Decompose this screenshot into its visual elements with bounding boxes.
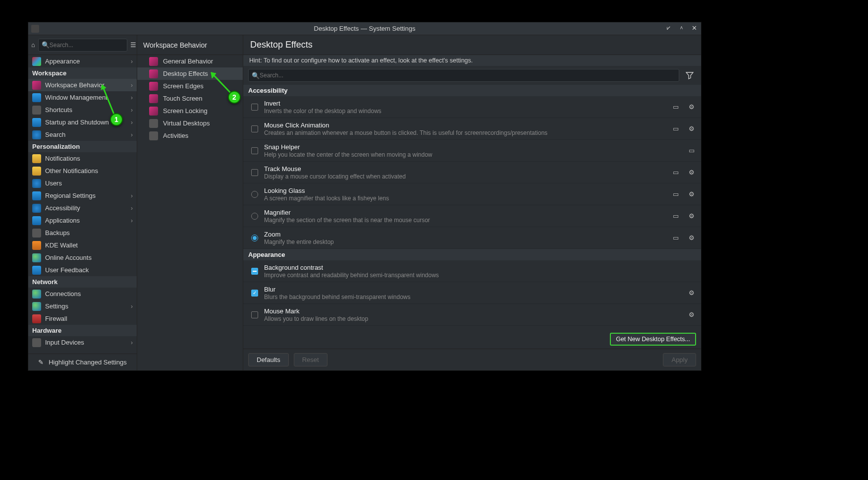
checkbox-mouse-mark[interactable]	[251, 311, 258, 318]
radio-looking-glass[interactable]	[251, 191, 258, 198]
video-icon[interactable]: ▭	[671, 124, 680, 133]
search-icon: 🔍	[252, 72, 260, 79]
minimize-icon[interactable]: 🗸	[664, 24, 672, 33]
video-icon[interactable]: ▭	[671, 168, 680, 177]
maximize-icon[interactable]: ＾	[677, 24, 685, 33]
sub-sidebar: Workspace Behavior General Behavior Desk…	[137, 35, 243, 370]
search-icon: 🔍	[42, 41, 50, 49]
checkbox-blur[interactable]: ✓	[251, 290, 258, 297]
sidebar-item-users[interactable]: Users	[28, 177, 137, 189]
mouse-icon	[32, 338, 41, 347]
sidebar-item-user-feedback[interactable]: User Feedback	[28, 264, 137, 276]
chevron-right-icon: ›	[131, 192, 133, 199]
sidebar-item-input-devices[interactable]: Input Devices ›	[28, 336, 137, 349]
touch-icon	[149, 94, 158, 103]
checkbox-snap-helper[interactable]	[251, 147, 258, 154]
settings-icon[interactable]: ⚙	[687, 190, 696, 199]
effects-search[interactable]: 🔍	[248, 69, 679, 82]
pencil-icon: ✎	[38, 359, 44, 366]
defaults-button[interactable]: Defaults	[248, 353, 289, 366]
settings-icon[interactable]: ⚙	[687, 212, 696, 221]
effects-search-input[interactable]	[260, 72, 676, 79]
apply-button[interactable]: Apply	[663, 353, 696, 366]
video-icon[interactable]: ▭	[671, 234, 680, 242]
activities-icon	[149, 131, 158, 140]
wallet-icon	[32, 241, 41, 250]
app-icon	[31, 25, 39, 33]
sub-item-screen-locking[interactable]: Screen Locking	[137, 105, 243, 117]
menu-button[interactable]: ☰	[130, 41, 136, 49]
sidebar-item-accessibility[interactable]: Accessibility ›	[28, 202, 137, 214]
checkbox-invert[interactable]	[251, 104, 258, 111]
sidebar-search[interactable]: 🔍	[38, 39, 127, 52]
sub-item-screen-edges[interactable]: Screen Edges	[137, 80, 243, 92]
video-icon[interactable]: ▭	[687, 146, 696, 155]
sidebar-item-backups[interactable]: Backups	[28, 227, 137, 239]
effect-invert: Invert Inverts the color of the desktop …	[243, 96, 701, 118]
sub-item-desktop-effects[interactable]: Desktop Effects	[137, 67, 243, 80]
sub-item-general[interactable]: General Behavior	[137, 55, 243, 67]
home-button[interactable]: ⌂	[31, 39, 35, 51]
settings-icon[interactable]: ⚙	[687, 289, 696, 298]
video-icon[interactable]: ▭	[671, 190, 680, 199]
chevron-right-icon: ›	[131, 205, 133, 212]
checkbox-bg-contrast[interactable]	[251, 268, 258, 275]
sidebar-item-applications[interactable]: Applications ›	[28, 214, 137, 227]
bell-icon	[32, 154, 41, 163]
sidebar-item-firewall[interactable]: Firewall	[28, 312, 137, 325]
highlight-changed-button[interactable]: ✎ Highlight Changed Settings	[28, 354, 137, 370]
settings-icon[interactable]: ⚙	[687, 124, 696, 133]
settings-icon[interactable]: ⚙	[687, 168, 696, 177]
gear-icon	[149, 57, 158, 66]
settings-window: Desktop Effects — System Settings 🗸 ＾ ✕ …	[28, 22, 702, 371]
settings-icon[interactable]: ⚙	[687, 310, 696, 319]
sidebar-item-appearance[interactable]: Appearance ›	[28, 55, 137, 67]
effect-snap-helper: Snap Helper Help you locate the center o…	[243, 140, 701, 162]
workspace-icon	[32, 81, 41, 90]
chevron-right-icon: ›	[131, 58, 133, 65]
gear-icon	[32, 302, 41, 311]
effect-looking-glass: Looking Glass A screen magnifier that lo…	[243, 183, 701, 205]
close-icon[interactable]: ✕	[690, 24, 698, 33]
appearance-icon	[32, 57, 41, 66]
effect-screen-edge: ✓ Screen Edge Highlights a screen edge w…	[243, 326, 701, 330]
sub-item-touch-screen[interactable]: Touch Screen	[137, 92, 243, 105]
sidebar-item-window-management[interactable]: Window Management ›	[28, 91, 137, 104]
sidebar-item-other-notifications[interactable]: Other Notifications	[28, 165, 137, 177]
sidebar-item-notifications[interactable]: Notifications	[28, 152, 137, 165]
sidebar-item-online-accounts[interactable]: Online Accounts	[28, 251, 137, 264]
sidebar-item-network-settings[interactable]: Settings ›	[28, 300, 137, 312]
sub-item-activities[interactable]: Activities	[137, 129, 243, 142]
sidebar-item-workspace-behavior[interactable]: Workspace Behavior ›	[28, 79, 137, 91]
video-icon[interactable]: ▭	[671, 212, 680, 221]
effect-mouse-mark: Mouse Mark Allows you to draw lines on t…	[243, 304, 701, 326]
sidebar-item-regional[interactable]: Regional Settings ›	[28, 189, 137, 202]
sidebar-item-search[interactable]: Search ›	[28, 128, 137, 141]
titlebar: Desktop Effects — System Settings 🗸 ＾ ✕	[28, 22, 701, 35]
radio-zoom[interactable]	[251, 235, 258, 241]
checkbox-track-mouse[interactable]	[251, 169, 258, 176]
group-workspace: Workspace	[28, 67, 137, 79]
virtualdesk-icon	[149, 119, 158, 128]
sub-item-virtual-desktops[interactable]: Virtual Desktops	[137, 117, 243, 129]
radio-magnifier[interactable]	[251, 213, 258, 220]
video-icon[interactable]: ▭	[671, 103, 680, 112]
sidebar-item-kde-wallet[interactable]: KDE Wallet	[28, 239, 137, 251]
sidebar-search-input[interactable]	[50, 42, 124, 49]
connections-icon	[32, 290, 41, 299]
settings-icon[interactable]: ⚙	[687, 103, 696, 112]
checkbox-mouse-click[interactable]	[251, 125, 258, 132]
sidebar-item-connections[interactable]: Connections	[28, 288, 137, 300]
subsidebar-title: Workspace Behavior	[137, 35, 243, 55]
effect-track-mouse: Track Mouse Display a mouse cursor locat…	[243, 162, 701, 183]
settings-icon[interactable]: ⚙	[687, 234, 696, 242]
accessibility-icon	[32, 204, 41, 213]
group-network: Network	[28, 276, 137, 288]
reset-button[interactable]: Reset	[294, 353, 327, 366]
lock-icon	[149, 107, 158, 116]
get-new-effects-button[interactable]: Get New Desktop Effects...	[610, 333, 696, 346]
feedback-icon	[32, 266, 41, 275]
filter-button[interactable]	[683, 69, 696, 82]
chevron-right-icon: ›	[131, 107, 133, 114]
chevron-right-icon: ›	[131, 217, 133, 224]
